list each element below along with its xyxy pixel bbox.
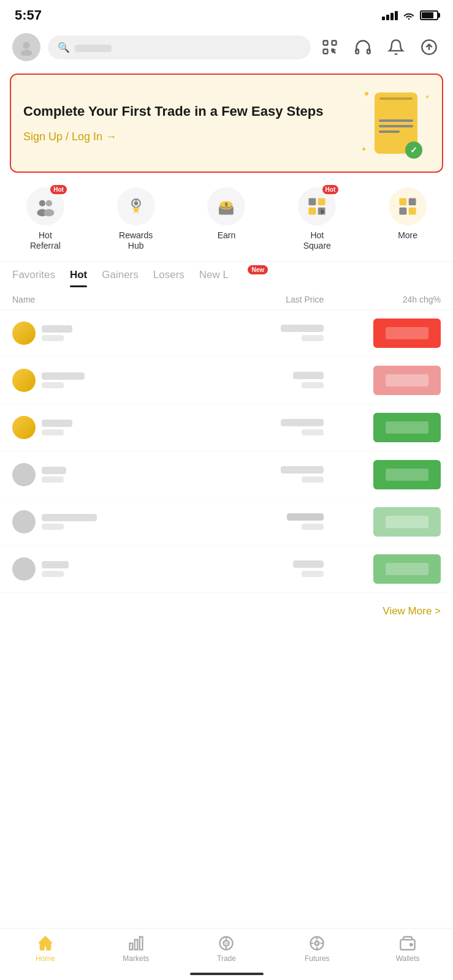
- change-badge: [373, 554, 441, 584]
- col-header-change: 24h chg%: [324, 295, 441, 304]
- table-row[interactable]: [0, 310, 453, 357]
- table-row[interactable]: [0, 404, 453, 451]
- row-name-col: [12, 557, 168, 581]
- row-change-col: [324, 554, 441, 584]
- nav-home-label: Home: [36, 954, 55, 963]
- promo-banner[interactable]: Complete Your First Trade in a Few Easy …: [10, 74, 443, 173]
- status-icons: [382, 10, 438, 20]
- table-row[interactable]: [0, 546, 453, 593]
- nav-futures[interactable]: Futures: [272, 935, 362, 963]
- nav-item-rewards-hub[interactable]: RewardsHub: [91, 187, 181, 251]
- nav-label-earn: Earn: [218, 230, 236, 241]
- referral-icon-wrap: Hot: [26, 187, 64, 225]
- row-price-col: [168, 466, 324, 483]
- nav-markets[interactable]: Markets: [91, 935, 181, 963]
- tab-favorites[interactable]: Favorites: [12, 269, 55, 287]
- nav-wallets[interactable]: Wallets: [362, 935, 453, 963]
- row-price-col: [168, 372, 324, 388]
- more-icon-wrap: [389, 187, 427, 225]
- row-change-col: [324, 318, 441, 348]
- nav-wallets-label: Wallets: [396, 954, 420, 963]
- banner-title: Complete Your First Trade in a Few Easy …: [23, 103, 362, 121]
- wallets-icon: [399, 935, 416, 952]
- svg-rect-28: [399, 208, 406, 215]
- hot-badge-referral: Hot: [50, 185, 67, 194]
- table-row[interactable]: [0, 357, 453, 404]
- tab-losers[interactable]: Losers: [153, 269, 185, 287]
- change-badge: [373, 318, 441, 348]
- svg-rect-26: [399, 198, 406, 205]
- tab-hot[interactable]: Hot: [70, 269, 87, 287]
- tab-new-listings[interactable]: New L New: [199, 269, 251, 287]
- table-row[interactable]: [0, 499, 453, 546]
- coin-icon: [12, 416, 36, 439]
- scan-button[interactable]: [318, 36, 341, 59]
- row-price-col: [168, 513, 324, 530]
- rewards-icon-wrap: [117, 187, 155, 225]
- home-indicator: [190, 973, 264, 975]
- row-price-col: [168, 560, 324, 577]
- svg-text:$: $: [225, 202, 228, 208]
- nav-trade[interactable]: Trade: [181, 935, 272, 963]
- search-icon: 🔍: [58, 42, 70, 53]
- coin-icon: [12, 557, 36, 581]
- row-change-col: [324, 507, 441, 537]
- header: 🔍: [0, 28, 453, 69]
- futures-icon: [308, 935, 325, 952]
- hot-badge-square: Hot: [322, 185, 339, 194]
- notification-button[interactable]: [384, 36, 408, 59]
- svg-point-45: [410, 944, 413, 946]
- header-icons: [318, 36, 441, 59]
- signal-icon: [382, 11, 398, 20]
- status-bar: 5:57: [0, 0, 453, 28]
- nav-item-earn[interactable]: $ Earn: [181, 187, 272, 251]
- svg-rect-22: [318, 198, 325, 205]
- square-icon-wrap: Hot: [298, 187, 336, 225]
- svg-rect-23: [309, 208, 316, 215]
- svg-point-30: [411, 210, 416, 214]
- change-badge: [373, 460, 441, 489]
- headset-button[interactable]: [351, 36, 375, 59]
- view-more-button[interactable]: View More >: [383, 605, 441, 617]
- market-tabs: Favorites Hot Gainers Losers New L New: [0, 262, 453, 287]
- wifi-icon: [403, 10, 415, 20]
- row-name-col: [12, 369, 168, 392]
- nav-markets-label: Markets: [123, 954, 149, 963]
- battery-icon: [420, 10, 438, 20]
- row-change-col: [324, 460, 441, 489]
- svg-point-15: [134, 202, 138, 206]
- nav-label-referral: HotReferral: [30, 230, 61, 251]
- svg-rect-21: [309, 198, 316, 205]
- markets-icon: [128, 935, 145, 952]
- row-name-col: [12, 463, 168, 486]
- nav-label-hot-square: HotSquare: [303, 230, 331, 251]
- table-row[interactable]: [0, 451, 453, 499]
- search-bar[interactable]: 🔍: [48, 36, 311, 59]
- nav-home[interactable]: Home: [0, 935, 91, 963]
- row-name-col: [12, 416, 168, 439]
- table-header: Name Last Price 24h chg%: [0, 287, 453, 310]
- nav-item-more[interactable]: More: [362, 187, 453, 251]
- avatar[interactable]: [12, 33, 40, 61]
- coin-icon: [12, 369, 36, 392]
- home-icon: [37, 935, 54, 952]
- row-change-col: [324, 413, 441, 442]
- col-header-price: Last Price: [168, 295, 324, 304]
- new-badge: New: [248, 265, 268, 274]
- coin-icon: [12, 322, 36, 345]
- nav-item-hot-square[interactable]: Hot HotSquare: [272, 187, 362, 251]
- trade-icon: [218, 935, 235, 952]
- svg-point-1: [21, 50, 32, 56]
- nav-trade-label: Trade: [217, 954, 236, 963]
- svg-point-39: [315, 941, 319, 946]
- nav-label-more: More: [398, 230, 417, 241]
- referral-button[interactable]: [417, 36, 441, 59]
- nav-item-referral[interactable]: Hot HotReferral: [0, 187, 91, 251]
- svg-rect-32: [134, 940, 137, 949]
- banner-cta[interactable]: Sign Up / Log In →: [23, 130, 362, 143]
- col-header-name: Name: [12, 295, 168, 304]
- quick-nav: Hot HotReferral RewardsHub: [0, 183, 453, 262]
- tab-gainers[interactable]: Gainers: [102, 269, 139, 287]
- svg-point-9: [46, 200, 52, 206]
- coin-icon: [12, 510, 36, 533]
